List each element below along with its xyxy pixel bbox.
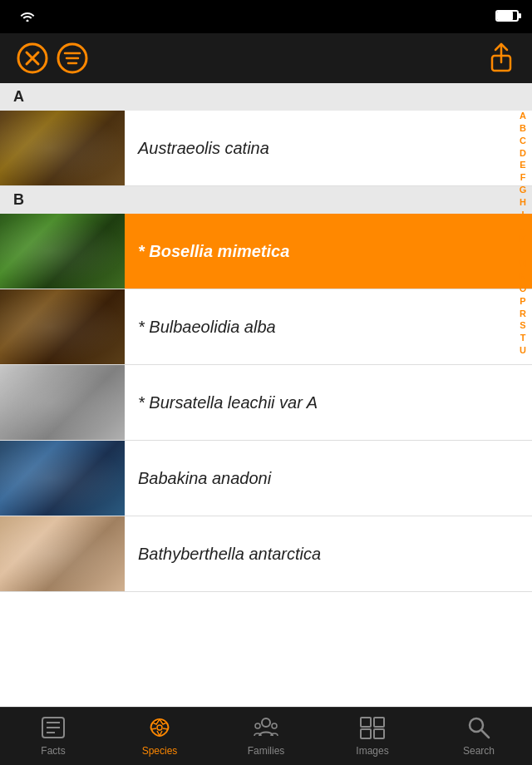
- species-thumbnail: [0, 214, 125, 289]
- list-item[interactable]: * Bursatella leachii var A: [0, 365, 532, 441]
- alpha-letter-e[interactable]: E: [520, 159, 525, 171]
- images-tab-label: Images: [356, 745, 388, 757]
- check-circle-icon: [17, 42, 48, 74]
- alpha-letter-h[interactable]: H: [520, 196, 526, 209]
- alpha-letter-i[interactable]: I: [521, 209, 524, 221]
- species-name: Babakina anadoni: [125, 469, 284, 488]
- section-header-a: A: [0, 83, 532, 111]
- species-thumbnail: [0, 289, 125, 364]
- tab-facts[interactable]: Facts: [0, 711, 106, 762]
- list-item[interactable]: Bathyberthella antarctica: [0, 516, 532, 592]
- families-tab-icon: [253, 716, 279, 743]
- search-tab-icon: [467, 716, 490, 743]
- species-thumbnail: [0, 111, 125, 185]
- svg-point-17: [272, 723, 277, 728]
- species-tab-icon: [146, 716, 173, 743]
- alpha-letter-a[interactable]: A: [520, 110, 526, 122]
- alpha-letter-u[interactable]: U: [520, 344, 526, 357]
- svg-point-16: [255, 723, 260, 728]
- species-thumbnail: [0, 516, 125, 591]
- share-button[interactable]: [484, 39, 519, 77]
- alpha-letter-b[interactable]: B: [520, 122, 526, 135]
- tab-bar: FactsSpeciesFamiliesImagesSearch: [0, 707, 532, 765]
- nav-left-buttons[interactable]: [13, 39, 91, 77]
- tab-families[interactable]: Families: [213, 711, 319, 762]
- species-name: Austraeolis catina: [125, 139, 283, 158]
- nav-bar: [0, 33, 532, 83]
- alpha-letter-s[interactable]: S: [520, 319, 525, 332]
- alpha-letter-d[interactable]: D: [520, 147, 526, 160]
- svg-rect-21: [374, 729, 384, 738]
- tab-species[interactable]: Species: [106, 711, 213, 762]
- svg-rect-18: [361, 718, 371, 727]
- svg-point-0: [27, 19, 29, 22]
- alpha-letter-c[interactable]: C: [520, 135, 526, 147]
- section-header-b: B: [0, 186, 532, 214]
- alpha-letter-o[interactable]: O: [520, 283, 527, 295]
- svg-point-14: [157, 725, 162, 730]
- alpha-letter-m[interactable]: M: [519, 258, 526, 270]
- species-name: * Bursatella leachii var A: [125, 393, 331, 412]
- facts-tab-label: Facts: [41, 745, 65, 757]
- status-bar: [0, 0, 532, 33]
- species-name: * Bulbaeolidia alba: [125, 318, 289, 337]
- svg-line-23: [481, 730, 489, 738]
- status-left: [13, 10, 35, 24]
- alpha-letter-f[interactable]: F: [520, 171, 526, 184]
- alpha-letter-k[interactable]: K: [520, 233, 526, 245]
- alpha-letter-j[interactable]: J: [520, 221, 525, 234]
- filter-icon: [57, 42, 88, 74]
- alpha-letter-p[interactable]: P: [520, 295, 525, 308]
- alpha-letter-t[interactable]: T: [520, 332, 526, 344]
- alpha-letter-n[interactable]: N: [520, 270, 526, 283]
- tab-search[interactable]: Search: [426, 711, 532, 762]
- species-name: * Bosellia mimetica: [125, 242, 303, 261]
- list-item[interactable]: * Bosellia mimetica: [0, 214, 532, 289]
- wifi-icon: [20, 10, 35, 24]
- species-thumbnail: [0, 441, 125, 516]
- svg-point-15: [262, 718, 270, 727]
- families-tab-label: Families: [248, 745, 285, 757]
- search-tab-label: Search: [463, 745, 495, 757]
- alpha-letter-g[interactable]: G: [520, 184, 527, 196]
- species-name: Bathyberthella antarctica: [125, 545, 334, 564]
- svg-rect-19: [374, 718, 384, 727]
- images-tab-icon: [359, 716, 386, 743]
- alphabet-index[interactable]: ABCDEFGHIJKLMNOPRSTU: [514, 108, 532, 358]
- list-item[interactable]: Austraeolis catina: [0, 111, 532, 186]
- alpha-letter-l[interactable]: L: [520, 245, 526, 258]
- list-item[interactable]: * Bulbaeolidia alba: [0, 289, 532, 365]
- tab-images[interactable]: Images: [319, 711, 426, 762]
- battery-container: [495, 10, 519, 24]
- list-item[interactable]: Babakina anadoni: [0, 441, 532, 516]
- facts-tab-icon: [40, 716, 66, 743]
- species-tab-label: Species: [142, 745, 178, 757]
- species-thumbnail: [0, 365, 125, 440]
- species-list: AAustraeolis catinaB* Bosellia mimetica*…: [0, 83, 532, 707]
- alpha-letter-r[interactable]: R: [520, 308, 526, 320]
- share-icon: [487, 42, 515, 74]
- svg-rect-20: [361, 729, 371, 738]
